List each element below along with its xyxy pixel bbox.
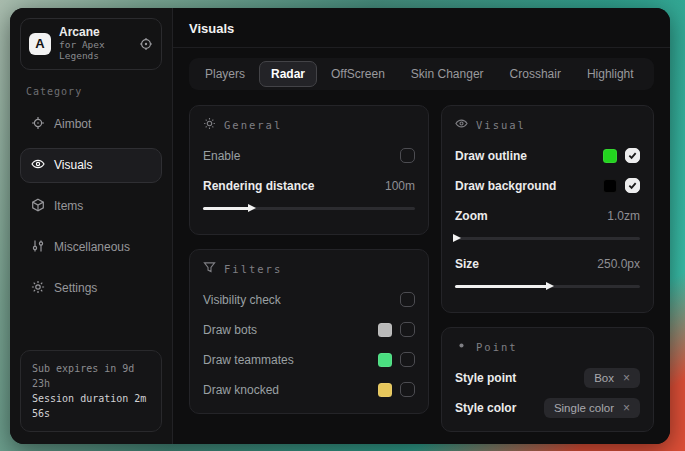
chip-label: Single color <box>554 402 614 414</box>
sidebar-item-label: Aimbot <box>54 117 91 131</box>
zoom-label: Zoom <box>455 209 488 223</box>
crosshair-icon <box>31 116 45 133</box>
visibility-check-row: Visibility check <box>203 288 415 311</box>
draw-bots-color-swatch[interactable] <box>378 323 392 337</box>
visual-panel: Visual Draw outline Draw background <box>441 105 654 313</box>
panel-title: Point <box>476 341 518 353</box>
enable-row: Enable <box>203 144 415 167</box>
style-point-select[interactable]: Box × <box>584 368 640 388</box>
chip-label: Box <box>594 372 614 384</box>
zoom-row: Zoom 1.0zm <box>455 204 640 227</box>
slider-handle[interactable] <box>248 204 256 212</box>
size-value: 250.0px <box>597 257 640 271</box>
sidebar: A Arcane for Apex Legends Category Aimbo <box>10 8 173 444</box>
rendering-distance-value: 100m <box>385 179 415 193</box>
filters-panel: Filters Visibility check Draw bots <box>189 249 429 414</box>
app-logo: A <box>29 33 51 55</box>
rendering-distance-label: Rendering distance <box>203 179 314 193</box>
sidebar-item-aimbot[interactable]: Aimbot <box>20 107 162 142</box>
draw-teammates-checkbox[interactable] <box>400 352 415 367</box>
sidebar-item-items[interactable]: Items <box>20 189 162 224</box>
desktop-background: A Arcane for Apex Legends Category Aimbo <box>0 0 685 451</box>
rendering-distance-row: Rendering distance 100m <box>203 174 415 197</box>
draw-outline-color-swatch[interactable] <box>603 149 617 163</box>
dot-icon <box>455 339 468 354</box>
tab-crosshair[interactable]: Crosshair <box>498 61 573 87</box>
main-content: Visuals Players Radar OffScreen Skin Cha… <box>173 8 670 444</box>
main-header: Visuals <box>173 8 670 48</box>
tab-radar[interactable]: Radar <box>259 61 317 87</box>
eye-icon <box>31 157 45 174</box>
page-title: Visuals <box>189 21 654 36</box>
draw-outline-checkbox[interactable] <box>625 148 640 163</box>
draw-knocked-checkbox[interactable] <box>400 382 415 397</box>
funnel-icon <box>203 261 216 276</box>
sidebar-item-miscellaneous[interactable]: Miscellaneous <box>20 230 162 265</box>
sliders-icon <box>31 239 45 256</box>
tab-bar: Players Radar OffScreen Skin Changer Cro… <box>189 58 654 90</box>
draw-knocked-color-swatch[interactable] <box>378 383 392 397</box>
sidebar-item-visuals[interactable]: Visuals <box>20 148 162 183</box>
sun-gear-icon <box>203 117 216 132</box>
tab-highlight[interactable]: Highlight <box>575 61 646 87</box>
style-point-row: Style point Box × <box>455 366 640 389</box>
tab-offscreen[interactable]: OffScreen <box>319 61 397 87</box>
draw-bots-row: Draw bots <box>203 318 415 341</box>
slider-handle[interactable] <box>546 282 554 290</box>
panel-title: Visual <box>476 119 526 131</box>
zoom-slider[interactable] <box>455 234 640 243</box>
draw-outline-row: Draw outline <box>455 144 640 167</box>
size-row: Size 250.0px <box>455 252 640 275</box>
draw-background-checkbox[interactable] <box>625 178 640 193</box>
sidebar-item-label: Visuals <box>54 158 92 172</box>
session-duration-text: Session duration 2m 56s <box>32 391 150 421</box>
style-color-row: Style color Single color × <box>455 396 640 419</box>
point-panel: Point Style point Box × Style color Sing… <box>441 327 654 432</box>
session-card: Sub expires in 9d 23h Session duration 2… <box>20 350 162 432</box>
cube-icon <box>31 198 45 215</box>
sidebar-item-settings[interactable]: Settings <box>20 271 162 306</box>
draw-background-color-swatch[interactable] <box>603 179 617 193</box>
rendering-distance-slider[interactable] <box>203 204 415 213</box>
sidebar-item-label: Miscellaneous <box>54 240 130 254</box>
size-slider[interactable] <box>455 282 640 291</box>
tab-players[interactable]: Players <box>193 61 257 87</box>
close-icon[interactable]: × <box>623 372 630 384</box>
size-label: Size <box>455 257 479 271</box>
close-icon[interactable]: × <box>623 402 630 414</box>
enable-checkbox[interactable] <box>400 148 415 163</box>
gear-icon[interactable] <box>139 37 153 51</box>
panel-title: Filters <box>224 263 282 275</box>
slider-handle[interactable] <box>453 234 461 242</box>
visibility-check-checkbox[interactable] <box>400 292 415 307</box>
general-panel: General Enable Rendering distance 100m <box>189 105 429 235</box>
app-window: A Arcane for Apex Legends Category Aimbo <box>10 8 670 444</box>
draw-teammates-color-swatch[interactable] <box>378 353 392 367</box>
enable-label: Enable <box>203 149 240 163</box>
eye-icon <box>455 117 468 132</box>
draw-background-row: Draw background <box>455 174 640 197</box>
style-color-select[interactable]: Single color × <box>544 398 640 418</box>
draw-bots-checkbox[interactable] <box>400 322 415 337</box>
brand-card: A Arcane for Apex Legends <box>20 18 162 70</box>
draw-teammates-row: Draw teammates <box>203 348 415 371</box>
zoom-value: 1.0zm <box>607 209 640 223</box>
sidebar-item-label: Settings <box>54 281 97 295</box>
sub-expiry-text: Sub expires in 9d 23h <box>32 361 150 391</box>
panel-title: General <box>224 119 282 131</box>
app-name: Arcane <box>59 26 131 40</box>
sidebar-item-label: Items <box>54 199 83 213</box>
category-label: Category <box>26 86 156 97</box>
app-subtitle: for Apex Legends <box>59 40 131 62</box>
draw-knocked-row: Draw knocked <box>203 378 415 401</box>
tab-skin-changer[interactable]: Skin Changer <box>399 61 496 87</box>
gear-icon <box>31 280 45 297</box>
